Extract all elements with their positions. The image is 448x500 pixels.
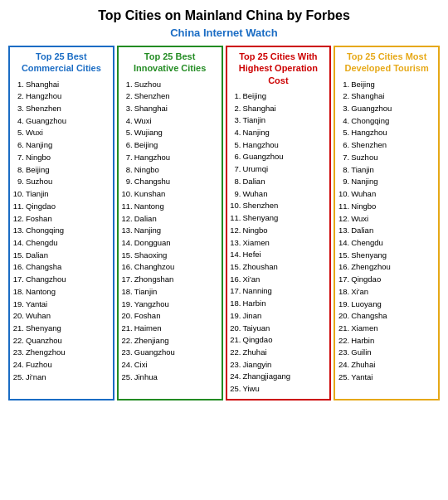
list-item: 12.Dalian: [121, 213, 219, 226]
list-item: 10.Shenzhen: [230, 200, 328, 212]
list-item: 18.Nantong: [12, 286, 110, 299]
list-item: 3.Guangzhou: [338, 103, 436, 115]
list-item: 1.Beijing: [230, 90, 328, 103]
list-item: 6.Beijing: [121, 139, 219, 152]
list-item: 4.Nanjing: [230, 127, 328, 139]
list-item: 8.Ningbo: [121, 164, 219, 177]
list-item: 4.Guangzhou: [12, 115, 110, 128]
list-item: 10.Kunshan: [121, 188, 219, 201]
col1-header: Top 25 Best Commercial Cities: [12, 51, 110, 75]
list-item: 17.Qingdao: [338, 274, 436, 286]
list-item: 6.Shenzhen: [338, 139, 436, 152]
list-item: 15.Zhoushan: [230, 261, 328, 274]
list-item: 24.Cixi: [121, 359, 219, 371]
list-item: 13.Nanjing: [121, 225, 219, 237]
list-item: 17.Zhongshan: [121, 274, 219, 286]
list-item: 23.Guangzhou: [121, 347, 219, 359]
list-item: 8.Tianjin: [338, 164, 436, 177]
page-subtitle: China Internet Watch: [8, 27, 440, 39]
list-item: 8.Dalian: [230, 176, 328, 188]
list-item: 5.Wuxi: [12, 127, 110, 139]
list-item: 25.Yantai: [338, 371, 436, 384]
col1-list: 1.Shanghai2.Hangzhou3.Shenzhen4.Guangzho…: [12, 79, 110, 384]
list-item: 7.Suzhou: [338, 152, 436, 164]
list-item: 1.Shanghai: [12, 79, 110, 91]
list-item: 6.Guangzhou: [230, 151, 328, 163]
list-item: 2.Shenzhen: [121, 90, 219, 103]
list-item: 21.Qingdao: [230, 334, 328, 347]
list-item: 19.Yantai: [12, 299, 110, 311]
list-item: 24.Zhuhai: [338, 359, 436, 371]
list-item: 7.Hangzhou: [121, 152, 219, 164]
list-item: 21.Xiamen: [338, 323, 436, 335]
column-tourism: Top 25 Cities Most Developed Tourism 1.B…: [334, 46, 440, 400]
column-operation-cost: Top 25 Cities With Highest Operation Cos…: [226, 46, 332, 400]
list-item: 25.Jinhua: [121, 371, 219, 384]
list-item: 3.Shanghai: [121, 103, 219, 115]
list-item: 23.Guilin: [338, 347, 436, 359]
list-item: 13.Chongqing: [12, 225, 110, 237]
list-item: 7.Ningbo: [12, 152, 110, 164]
list-item: 16.Zhengzhou: [338, 261, 436, 274]
list-item: 25.Ji'nan: [12, 371, 110, 384]
list-item: 23.Jiangyin: [230, 359, 328, 371]
list-item: 9.Changshu: [121, 176, 219, 188]
list-item: 19.Luoyang: [338, 299, 436, 311]
list-item: 20.Wuhan: [12, 310, 110, 323]
list-item: 15.Shaoxing: [121, 250, 219, 262]
list-item: 11.Shenyang: [230, 212, 328, 225]
list-item: 15.Shenyang: [338, 250, 436, 262]
columns-wrapper: Top 25 Best Commercial Cities 1.Shanghai…: [8, 46, 440, 400]
list-item: 24.Zhangjiagang: [230, 371, 328, 383]
list-item: 25.Yiwu: [230, 383, 328, 396]
col2-list: 1.Suzhou2.Shenzhen3.Shanghai4.Wuxi5.Wuji…: [121, 79, 219, 384]
list-item: 22.Quanzhou: [12, 335, 110, 347]
list-item: 23.Zhengzhou: [12, 347, 110, 359]
list-item: 2.Shanghai: [338, 90, 436, 103]
list-item: 19.Yangzhou: [121, 299, 219, 311]
list-item: 22.Harbin: [338, 335, 436, 347]
list-item: 4.Wuxi: [121, 115, 219, 128]
list-item: 24.Fuzhou: [12, 359, 110, 371]
list-item: 7.Urumqi: [230, 163, 328, 176]
list-item: 13.Xiamen: [230, 237, 328, 250]
list-item: 8.Beijing: [12, 164, 110, 177]
list-item: 20.Changsha: [338, 310, 436, 323]
column-innovative: Top 25 Best Innovative Cities 1.Suzhou2.…: [117, 46, 223, 400]
col4-header: Top 25 Cities Most Developed Tourism: [338, 51, 436, 75]
list-item: 14.Chengdu: [12, 237, 110, 250]
list-item: 11.Ningbo: [338, 201, 436, 213]
list-item: 12.Ningbo: [230, 225, 328, 237]
list-item: 18.Xi'an: [338, 286, 436, 299]
col3-list: 1.Beijing2.Shanghai3.Tianjin4.Nanjing5.H…: [230, 90, 328, 396]
list-item: 14.Chengdu: [338, 237, 436, 250]
list-item: 14.Dongguan: [121, 237, 219, 250]
list-item: 5.Wujiang: [121, 127, 219, 139]
page-title: Top Cities on Mainland China by Forbes: [8, 8, 440, 23]
list-item: 16.Changsha: [12, 261, 110, 274]
list-item: 18.Harbin: [230, 298, 328, 310]
list-item: 5.Hangzhou: [230, 139, 328, 152]
list-item: 11.Nantong: [121, 201, 219, 213]
list-item: 2.Shanghai: [230, 103, 328, 115]
list-item: 18.Tianjin: [121, 286, 219, 299]
list-item: 21.Shenyang: [12, 323, 110, 335]
list-item: 15.Dalian: [12, 250, 110, 262]
list-item: 1.Suzhou: [121, 79, 219, 91]
list-item: 17.Nanning: [230, 285, 328, 298]
list-item: 10.Tianjin: [12, 188, 110, 201]
col2-header: Top 25 Best Innovative Cities: [121, 51, 219, 75]
list-item: 4.Chongqing: [338, 115, 436, 128]
list-item: 5.Hangzhou: [338, 127, 436, 139]
list-item: 21.Haimen: [121, 323, 219, 335]
list-item: 6.Nanjing: [12, 139, 110, 152]
list-item: 22.Zhenjiang: [121, 335, 219, 347]
list-item: 20.Foshan: [121, 310, 219, 323]
list-item: 1.Beijing: [338, 79, 436, 91]
list-item: 10.Wuhan: [338, 188, 436, 201]
list-item: 19.Jinan: [230, 310, 328, 323]
list-item: 20.Taiyuan: [230, 323, 328, 335]
list-item: 22.Zhuhai: [230, 347, 328, 359]
list-item: 12.Wuxi: [338, 213, 436, 226]
list-item: 9.Wuhan: [230, 188, 328, 201]
